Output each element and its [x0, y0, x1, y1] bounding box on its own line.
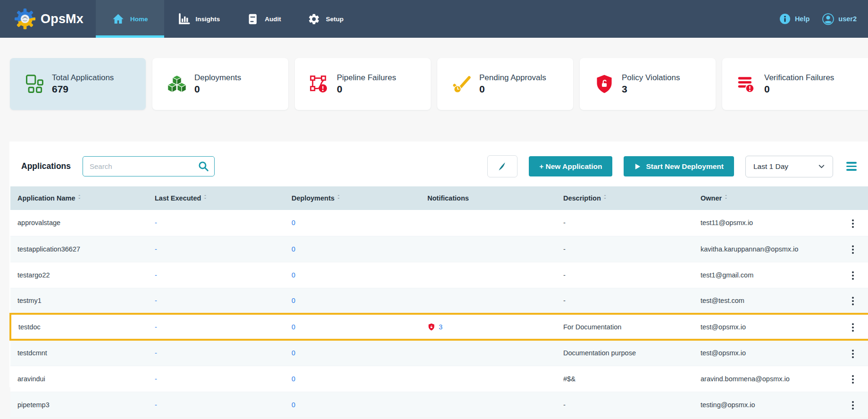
search-input[interactable] — [83, 156, 215, 176]
summary-card-value: 0 — [764, 84, 834, 95]
sort-icon[interactable]: ˆˇ — [204, 195, 206, 201]
table-row[interactable]: aravindui - 0 #$& aravind.bommena@opsmx.… — [10, 366, 868, 392]
table-menu-icon[interactable] — [846, 162, 857, 171]
summary-card[interactable]: Pipeline Failures 0 — [295, 58, 431, 110]
sort-icon[interactable]: ˆˇ — [78, 195, 80, 201]
help-button[interactable]: Help — [779, 13, 810, 25]
row-menu-kebab-icon[interactable] — [849, 294, 857, 308]
application-name-cell[interactable]: approvalstage — [10, 210, 148, 236]
deployments-count-link[interactable]: 0 — [292, 401, 295, 409]
tab-home[interactable]: Home — [96, 0, 164, 38]
table-row[interactable]: testapplication36627 - 0 - kavitha.karup… — [10, 236, 868, 262]
summary-card-value: 0 — [479, 84, 546, 95]
deployments-cell: 0 — [284, 392, 420, 418]
audit-icon — [246, 13, 259, 25]
column-header[interactable]: Last Executed ˆˇ — [148, 186, 284, 210]
section-title: Applications — [21, 161, 71, 171]
application-name-cell[interactable]: pipetemp3 — [10, 392, 148, 418]
tab-insights[interactable]: Insights — [164, 0, 234, 38]
row-menu-kebab-icon[interactable] — [849, 347, 857, 361]
new-application-label: + New Application — [539, 162, 602, 171]
deployments-cell: 0 — [284, 236, 420, 262]
column-header-label: Notifications — [427, 194, 469, 202]
policy-violation-shield-icon — [427, 323, 435, 331]
row-menu-kebab-icon[interactable] — [849, 320, 857, 335]
column-header[interactable]: Deployments ˆˇ — [284, 186, 420, 210]
deployments-count-link[interactable]: 0 — [292, 271, 295, 279]
notifications-cell — [420, 288, 556, 314]
sort-icon[interactable]: ˆˇ — [604, 195, 606, 201]
description-cell: For Documentation — [556, 314, 693, 340]
summary-card-title: Pipeline Failures — [337, 73, 396, 83]
deployments-count-link[interactable]: 0 — [292, 297, 295, 304]
row-menu-kebab-icon[interactable] — [849, 268, 857, 283]
tab-audit[interactable]: Audit — [233, 0, 294, 38]
table-row[interactable]: testdoc - 0 3 For Documentation test@ops… — [10, 314, 868, 340]
tab-setup[interactable]: Setup — [294, 0, 357, 38]
main-navigation: Home Insights Audit Setup — [96, 0, 357, 38]
row-actions-cell — [842, 392, 868, 418]
column-header[interactable]: Description ˆˇ — [556, 186, 693, 210]
application-name-cell[interactable]: testmy1 — [10, 288, 148, 314]
spinnaker-sail-button[interactable] — [487, 155, 517, 177]
start-new-deployment-button[interactable]: Start New Deployment — [624, 156, 734, 176]
row-menu-kebab-icon[interactable] — [849, 243, 857, 257]
table-row[interactable]: pipetemp3 - 0 - testing@opsmx.io — [10, 392, 868, 418]
time-filter-dropdown[interactable]: Last 1 Day — [745, 156, 833, 177]
summary-card[interactable]: Deployments 0 — [152, 58, 288, 110]
row-menu-kebab-icon[interactable] — [849, 398, 857, 412]
deployments-count-link[interactable]: 0 — [292, 375, 295, 383]
column-header[interactable]: Application Name ˆˇ — [10, 186, 148, 210]
last-executed-cell: - — [148, 340, 284, 366]
table-row[interactable]: testmy1 - 0 - test@test.com — [10, 288, 868, 314]
sort-icon[interactable]: ˆˇ — [725, 195, 726, 201]
deployments-count-link[interactable]: 0 — [292, 349, 295, 357]
application-name-cell[interactable]: testargo22 — [10, 262, 148, 288]
table-row[interactable]: testdcmnt - 0 Documentation purpose test… — [10, 340, 868, 366]
summary-card-title: Policy Violations — [622, 73, 680, 83]
time-filter-value: Last 1 Day — [753, 162, 788, 171]
owner-cell: test11@opsmx.io — [693, 210, 842, 236]
summary-card[interactable]: Total Applications 679 — [10, 58, 146, 110]
new-application-button[interactable]: + New Application — [529, 156, 612, 176]
row-menu-kebab-icon[interactable] — [849, 217, 857, 231]
setup-gear-icon — [308, 13, 320, 25]
table-row[interactable]: testargo22 - 0 - test1@gmail.com — [10, 262, 868, 288]
row-menu-kebab-icon[interactable] — [849, 372, 857, 386]
user-menu[interactable]: user2 — [822, 13, 857, 25]
applications-table: Application Name ˆˇ Last Executed ˆˇ Dep… — [9, 186, 868, 418]
application-name-cell[interactable]: testdoc — [10, 314, 148, 340]
owner-cell: test@opsmx.io — [693, 314, 842, 340]
username-label: user2 — [838, 15, 857, 23]
column-header-label: Last Executed — [155, 194, 201, 202]
last-executed-cell: - — [148, 366, 284, 392]
info-icon — [779, 13, 791, 25]
summary-card[interactable]: Pending Approvals 0 — [437, 58, 573, 110]
application-name-cell[interactable]: testdcmnt — [10, 340, 148, 366]
last-executed-cell: - — [148, 210, 284, 236]
summary-card-value: 0 — [194, 84, 241, 95]
summary-card-title: Verification Failures — [764, 73, 834, 83]
sail-icon — [496, 160, 509, 173]
description-cell: - — [556, 288, 693, 314]
search-icon[interactable] — [198, 161, 209, 172]
table-row[interactable]: approvalstage - 0 - test11@opsmx.io — [10, 210, 868, 236]
owner-cell: test@opsmx.io — [693, 340, 842, 366]
toolbar-right-group: + New Application Start New Deployment L… — [487, 155, 857, 177]
deployments-count-link[interactable]: 0 — [292, 245, 295, 253]
column-header[interactable]: Owner ˆˇ — [693, 186, 842, 210]
deployments-cell: 0 — [284, 210, 420, 236]
deployments-count-link[interactable]: 0 — [292, 219, 295, 226]
notification-count[interactable]: 3 — [439, 323, 442, 331]
brand-name: OpsMx — [41, 12, 83, 26]
sort-icon[interactable]: ˆˇ — [338, 195, 339, 201]
application-name-cell[interactable]: testapplication36627 — [10, 236, 148, 262]
summary-card[interactable]: Verification Failures 0 — [722, 58, 868, 110]
opsmx-logo[interactable]: OpsMx — [0, 0, 96, 38]
application-name-cell[interactable]: aravindui — [10, 366, 148, 392]
deployments-count-link[interactable]: 0 — [292, 323, 295, 331]
navbar-right-group: Help user2 — [779, 0, 868, 38]
notifications-cell — [420, 366, 556, 392]
summary-card[interactable]: Policy Violations 3 — [580, 58, 716, 110]
column-header[interactable]: Notifications ˆˇ — [420, 186, 556, 210]
